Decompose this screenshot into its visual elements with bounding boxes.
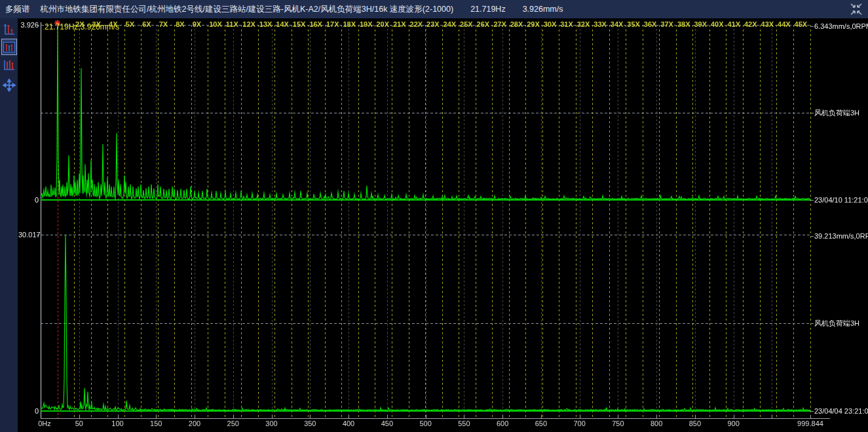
cursor-amplitude-readout: 3.926mm/s	[523, 5, 563, 14]
title-bar: 多频谱 杭州市地铁集团有限责任公司/杭州地铁2号线/建设三路站/建设三路-风机K…	[0, 0, 868, 18]
harmonic-cursor-tool[interactable]	[1, 56, 17, 73]
x-tick-label: 550	[458, 420, 470, 427]
x-tick-label: 800	[651, 420, 662, 427]
harmonic-label: 44X	[778, 20, 791, 28]
harmonic-label: 3X	[92, 20, 101, 28]
harmonic-label: 24X	[443, 20, 457, 28]
timestamp-label-bottom: 23/04/04 23:21:0	[814, 407, 868, 415]
y-axis-zero-label-bottom: 0	[18, 407, 39, 415]
harmonic-label: 32X	[577, 20, 590, 28]
harmonic-label: 9X	[193, 20, 201, 28]
multi-spectrum-plot[interactable]: 21.719Hz,3.926mm/s 3.926 0 30.017 0 6.34…	[18, 18, 868, 432]
harmonic-label: 31X	[560, 20, 573, 28]
x-tick-label: 300	[265, 420, 277, 427]
harmonic-label: 13X	[259, 20, 273, 28]
x-tick-label: 50	[75, 420, 83, 427]
x-tick-label: 150	[150, 420, 162, 427]
pan-move-icon	[3, 79, 16, 92]
x-tick-label: 700	[573, 420, 585, 427]
harmonic-label: 23X	[426, 20, 440, 28]
harmonic-label: 38X	[677, 20, 690, 28]
harmonic-label: 8X	[176, 20, 184, 28]
harmonic-label: 2X	[75, 20, 84, 28]
harmonic-label: 42X	[744, 20, 757, 28]
harmonic-label: 28X	[510, 20, 523, 28]
harmonic-label: 17X	[326, 20, 339, 28]
x-tick-label: 400	[343, 420, 354, 427]
x-tick-label: 750	[612, 420, 624, 427]
multi-spectrum-tool[interactable]	[1, 39, 17, 55]
spectrum-canvas[interactable]	[18, 18, 868, 432]
collapse-arrows-icon[interactable]	[850, 3, 863, 15]
x-tick-label: 999.844	[797, 420, 823, 427]
harmonic-label: 34X	[611, 20, 624, 28]
tool-sidebar	[0, 18, 18, 432]
harmonic-label: 22X	[410, 20, 423, 28]
harmonic-label: 36X	[644, 20, 657, 28]
app-title: 多频谱	[5, 4, 30, 15]
harmonic-label: 10X	[209, 20, 222, 28]
harmonic-label: 39X	[694, 20, 707, 28]
harmonic-label: 19X	[360, 20, 373, 28]
x-tick-label: 0Hz	[38, 420, 51, 427]
x-tick-label: 100	[111, 420, 123, 427]
harmonic-label: 27X	[493, 20, 506, 28]
x-tick-label: 500	[419, 420, 431, 427]
harmonic-label: 21X	[393, 20, 406, 28]
y-axis-max-label-top: 3.926	[18, 21, 39, 29]
harmonic-label: 30X	[544, 20, 557, 28]
cursor-frequency-readout: 21.719Hz	[470, 5, 506, 14]
harmonic-label: 4X	[109, 20, 117, 28]
harmonic-label: 15X	[293, 20, 306, 28]
harmonic-label: 20X	[376, 20, 389, 28]
timestamp-label-top: 23/04/10 11:21:0	[814, 196, 868, 204]
x-tick-label: 650	[535, 420, 547, 427]
x-tick-label: 600	[497, 420, 508, 427]
single-spectrum-icon	[3, 23, 16, 36]
x-tick-label: 200	[189, 420, 200, 427]
y-axis-max-label-bottom: 30.017	[18, 231, 39, 239]
x-tick-label: 450	[381, 420, 393, 427]
x-tick-label: 250	[227, 420, 239, 427]
harmonic-label: 41X	[727, 20, 740, 28]
harmonic-cursor-icon	[3, 58, 16, 71]
harmonic-label: 7X	[159, 20, 168, 28]
harmonic-label: 5X	[126, 20, 134, 28]
channel-name-label-bottom: 风机负荷端3H	[814, 319, 859, 328]
harmonic-label: 25X	[460, 20, 473, 28]
harmonic-label: 11X	[226, 20, 238, 28]
harmonic-label: 45X	[795, 20, 808, 28]
single-spectrum-tool[interactable]	[1, 21, 17, 37]
x-tick-label: 900	[727, 420, 739, 427]
harmonic-label: 18X	[343, 20, 356, 28]
harmonic-label: 12X	[242, 20, 255, 28]
multi-spectrum-icon	[3, 41, 16, 54]
channel-name-label-top: 风机负荷端3H	[814, 108, 859, 118]
harmonic-label: 16X	[309, 20, 322, 28]
pan-tool[interactable]	[1, 77, 17, 93]
measurement-path: 杭州市地铁集团有限责任公司/杭州地铁2号线/建设三路站/建设三路-风机K-A2/…	[41, 4, 454, 15]
harmonic-label: 29X	[527, 20, 540, 28]
scale-info-label-top: 6.343mm/s,0RPM	[814, 22, 868, 30]
harmonic-label: 6X	[142, 20, 151, 28]
scale-info-label-bottom: 39.213mm/s,0RPM	[814, 232, 868, 240]
y-axis-zero-label-top: 0	[18, 196, 39, 204]
harmonic-label: 35X	[627, 20, 640, 28]
harmonic-label: 40X	[711, 20, 724, 28]
harmonic-label: 43X	[761, 20, 774, 28]
harmonic-label: 37X	[660, 20, 673, 28]
harmonic-label: 26X	[477, 20, 490, 28]
harmonic-label: 33X	[594, 20, 607, 28]
harmonic-label: 14X	[276, 20, 289, 28]
x-tick-label: 350	[304, 420, 316, 427]
x-tick-label: 850	[689, 420, 701, 427]
